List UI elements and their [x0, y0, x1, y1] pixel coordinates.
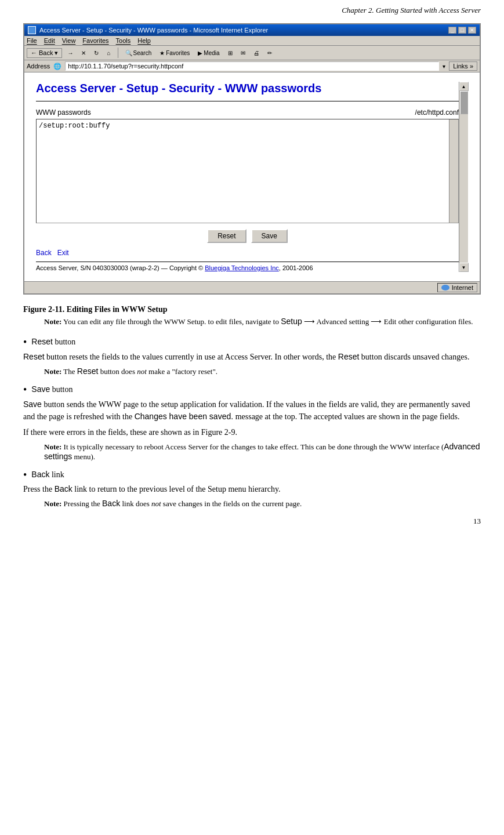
- edit-icon: ✏: [267, 50, 272, 56]
- search-label: Search: [133, 50, 152, 56]
- browser-titlebar: Access Server - Setup - Security - WWW p…: [24, 24, 480, 36]
- print-icon: 🖨: [253, 50, 259, 56]
- status-internet-zone: Internet: [437, 283, 477, 292]
- figure-caption-note: Note: You can edit any file through the …: [23, 317, 481, 326]
- address-dropdown-icon[interactable]: ▾: [443, 63, 445, 70]
- browser-icon: [28, 26, 36, 34]
- back-bullet-point: • Back link: [23, 470, 481, 481]
- reset-note-label: Note:: [44, 367, 61, 376]
- form-label-httpd: /etc/httpd.conf: [415, 108, 459, 117]
- menu-view[interactable]: View: [62, 37, 76, 44]
- scrollbar-thumb[interactable]: [460, 91, 468, 114]
- back-section: • Back link Press the Back link to retur…: [23, 470, 481, 509]
- bluegiga-link[interactable]: Bluegiga Technologies Inc: [205, 264, 279, 271]
- form-label-www: WWW passwords: [36, 108, 91, 117]
- browser-toolbar: ← Back ▾ → ✕ ↻ ⌂ 🔍 Search ★: [24, 46, 480, 60]
- reset-button[interactable]: Reset: [207, 229, 246, 243]
- page-number: 13: [23, 517, 481, 526]
- media-label: Media: [204, 50, 219, 56]
- refresh-button[interactable]: ↻: [91, 48, 101, 58]
- edit-button[interactable]: ✏: [264, 48, 275, 58]
- maximize-button[interactable]: □: [458, 27, 466, 34]
- browser-window: Access Server - Setup - Security - WWW p…: [23, 23, 481, 295]
- save-note-label: Note:: [44, 442, 61, 451]
- media-icon: ▶: [198, 50, 202, 56]
- forward-icon: →: [67, 50, 73, 56]
- chapter-header-text: Chapter 2. Getting Started with Access S…: [342, 6, 481, 14]
- figure-note-label: Note:: [44, 317, 61, 326]
- print-button[interactable]: 🖨: [251, 48, 262, 58]
- reset-bullet-point: • Reset button: [23, 337, 481, 348]
- www-textarea-container: /setup:root:buffy: [36, 119, 459, 223]
- figure-note-text: You can edit any file through the WWW Se…: [63, 317, 473, 326]
- www-passwords-textarea[interactable]: /setup:root:buffy: [39, 122, 456, 220]
- menu-file[interactable]: File: [27, 37, 37, 44]
- menu-edit[interactable]: Edit: [44, 37, 55, 44]
- back-body: Press the Back link to return to the pre…: [23, 483, 481, 495]
- back-label: Back: [39, 49, 53, 56]
- minimize-button[interactable]: _: [448, 27, 456, 34]
- form-buttons: Reset Save: [36, 229, 459, 243]
- close-button[interactable]: ✕: [468, 27, 476, 34]
- menu-help[interactable]: Help: [137, 37, 151, 44]
- exit-link[interactable]: Exit: [57, 249, 69, 257]
- reset-code-body-2: Reset: [338, 352, 360, 361]
- stop-button[interactable]: ✕: [78, 48, 89, 58]
- browser-content-area: Access Server - Setup - Security - WWW p…: [24, 72, 480, 281]
- save-button[interactable]: Save: [251, 229, 288, 243]
- mail-icon: ✉: [241, 50, 245, 56]
- save-body-2: If there were errors in the fields, thes…: [23, 426, 481, 438]
- advanced-settings-code: Advanced settings: [44, 442, 480, 461]
- address-input[interactable]: [65, 61, 439, 71]
- favorites-icon: ★: [159, 50, 165, 56]
- browser-content-main: Access Server - Setup - Security - WWW p…: [36, 82, 459, 272]
- search-button[interactable]: 🔍 Search: [122, 48, 155, 58]
- browser-scrollbar[interactable]: ▲ ▼: [459, 82, 468, 272]
- forward-button[interactable]: →: [64, 48, 76, 58]
- save-code: Save: [31, 384, 50, 394]
- internet-icon: [441, 285, 449, 291]
- menu-favorites[interactable]: Favorites: [82, 37, 108, 44]
- back-dropdown-icon: ▾: [55, 49, 58, 57]
- search-icon: 🔍: [125, 50, 132, 56]
- save-bullet-point: • Save button: [23, 384, 481, 396]
- reset-body: Reset button resets the fields to the va…: [23, 351, 481, 363]
- save-body-1: Save button sends the WWW page to the se…: [23, 398, 481, 423]
- save-note: Note: It is typically necessary to reboo…: [23, 442, 481, 462]
- reset-not-italic: not: [137, 367, 147, 376]
- menu-tools[interactable]: Tools: [116, 37, 131, 44]
- favorites-button[interactable]: ★ Favorites: [157, 48, 193, 58]
- back-link[interactable]: Back: [36, 249, 52, 257]
- stop-icon: ✕: [81, 50, 86, 56]
- textarea-scrollbar[interactable]: [449, 119, 458, 223]
- back-code-body: Back: [55, 484, 72, 493]
- media-button[interactable]: ▶ Media: [195, 48, 222, 58]
- figure-caption: Figure 2-11. Editing Files in WWW Setup …: [23, 305, 481, 326]
- browser-menubar: File Edit View Favorites Tools Help: [24, 36, 480, 46]
- back-not-italic: not: [151, 499, 161, 508]
- back-button[interactable]: ← Back ▾: [27, 48, 62, 58]
- home-icon: ⌂: [107, 50, 110, 56]
- mail-button[interactable]: ✉: [238, 48, 248, 58]
- chapter-header: Chapter 2. Getting Started with Access S…: [23, 6, 481, 17]
- bullet-dot-1: •: [23, 337, 27, 348]
- figure-caption-title: Figure 2-11. Editing Files in WWW Setup: [23, 305, 481, 314]
- scrollbar-up-button[interactable]: ▲: [459, 82, 469, 91]
- back-note-label: Note:: [44, 499, 61, 508]
- save-bullet-text: Save button: [31, 384, 72, 394]
- scrollbar-down-button[interactable]: ▼: [459, 263, 469, 272]
- links-button[interactable]: Links »: [449, 61, 477, 71]
- back-bullet-text: Back link: [31, 470, 64, 480]
- reset-section: • Reset button Reset button resets the f…: [23, 337, 481, 376]
- bullet-dot-2: •: [23, 384, 27, 396]
- internet-zone-label: Internet: [452, 284, 473, 291]
- titlebar-left: Access Server - Setup - Security - WWW p…: [28, 26, 268, 34]
- home-button[interactable]: ⌂: [104, 48, 113, 58]
- toolbar-separator-1: [118, 48, 118, 58]
- save-code-body: Save: [23, 400, 42, 409]
- back-arrow-icon: ←: [31, 49, 37, 56]
- history-button[interactable]: ⊞: [225, 48, 235, 58]
- bullet-dot-3: •: [23, 470, 27, 481]
- page-divider-1: [36, 101, 459, 101]
- setup-code: Setup: [281, 317, 302, 326]
